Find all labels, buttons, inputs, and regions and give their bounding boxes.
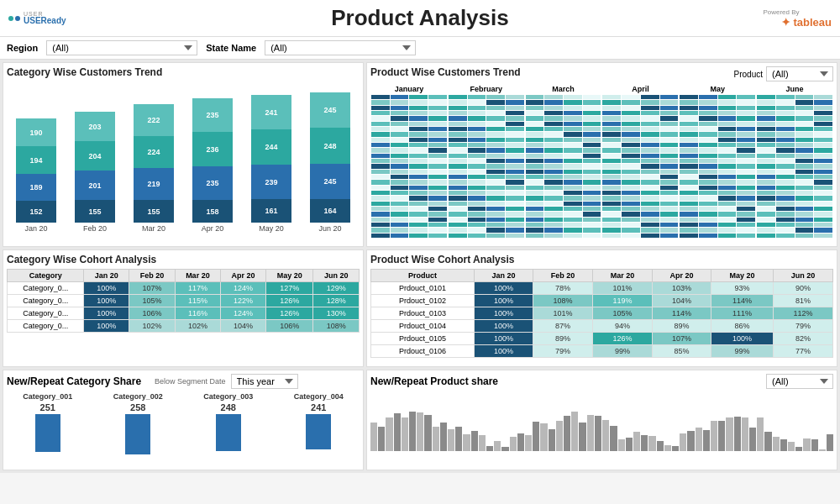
mini-cell	[371, 95, 390, 99]
cohort-cell: 116%	[175, 307, 220, 320]
region-select[interactable]: (All)	[46, 40, 197, 55]
mini-cell	[737, 234, 755, 238]
cohort-header: May 20	[711, 270, 774, 282]
mini-cell	[428, 95, 447, 99]
heatmap-row	[370, 223, 833, 238]
bar-segment: 152	[16, 201, 56, 223]
mini-cell	[428, 212, 447, 216]
mini-cell	[795, 191, 814, 195]
mini-cell	[718, 218, 737, 222]
mini-cell	[660, 106, 679, 110]
mini-cell	[428, 170, 447, 174]
heatmap-cell	[757, 191, 832, 206]
mini-cell	[680, 116, 698, 120]
mini-cell	[583, 234, 601, 238]
cohort-cell: Prdouct_0104	[371, 320, 475, 333]
bar-segment: 241	[251, 95, 291, 129]
bar-chart: 152189194190Jan 20155201204203Feb 201552…	[7, 81, 360, 233]
mini-cell	[526, 212, 544, 216]
mini-cell	[757, 170, 775, 174]
bar-group: 155219224222Mar 20	[128, 104, 180, 233]
mini-cell	[544, 212, 563, 216]
heatmap-cell	[526, 95, 601, 110]
mini-cell	[449, 207, 467, 211]
mini-cell	[660, 100, 679, 104]
mini-cell	[660, 127, 679, 131]
mini-cell	[718, 228, 737, 232]
mini-cell	[409, 207, 428, 211]
mini-bar	[579, 423, 585, 451]
new-repeat-product-header: New/Repeat Product share (All)	[370, 374, 833, 389]
table-row: Category_0...100%106%116%124%126%130%	[8, 307, 360, 320]
mini-cell	[757, 132, 775, 136]
state-select[interactable]: (All)	[265, 40, 416, 55]
mini-cell	[641, 223, 659, 227]
mini-cell	[428, 154, 447, 158]
mini-cell	[660, 164, 679, 168]
mini-cell	[428, 116, 447, 120]
product-trend-select[interactable]: (All)	[766, 66, 833, 81]
mini-cell	[468, 228, 486, 232]
bar-segment: 204	[75, 141, 115, 171]
new-repeat-product-select[interactable]: (All)	[766, 374, 833, 389]
segment-date-select[interactable]: This year	[231, 374, 298, 389]
cohort-cell: 100%	[475, 345, 533, 358]
cohort-cell: 126%	[265, 307, 313, 320]
heatmap-cell	[757, 207, 832, 222]
mini-cell	[564, 138, 582, 142]
mini-cell	[391, 207, 409, 211]
bar-segment: 201	[75, 171, 115, 200]
mini-cell	[776, 175, 795, 179]
table-row: Prdouct_0105100%89%126%107%100%82%	[371, 333, 833, 345]
category-trend-panel: Category Wise Customers Trend 1521891941…	[3, 62, 364, 247]
mini-cell	[814, 175, 832, 179]
mini-cell	[622, 234, 640, 238]
mini-cell	[409, 138, 428, 142]
mini-cell	[409, 143, 428, 147]
mini-cell	[391, 191, 409, 195]
category-share-label: Category_004	[278, 392, 360, 401]
mini-cell	[428, 234, 447, 238]
mini-bar	[788, 442, 795, 451]
mini-bar	[494, 441, 501, 451]
mini-cell	[737, 143, 755, 147]
mini-cell	[449, 234, 467, 238]
mini-cell	[583, 111, 601, 115]
mini-cell	[449, 127, 467, 131]
mini-cell	[409, 148, 428, 152]
bar-label: Jun 20	[318, 224, 341, 233]
category-trend-title: Category Wise Customers Trend	[7, 66, 360, 78]
product-trend-title: Product Wise Customers Trend	[370, 66, 521, 78]
mini-cell	[506, 170, 524, 174]
mini-cell	[622, 196, 640, 200]
mini-cell	[544, 154, 563, 158]
cohort-cell: 102%	[175, 320, 220, 333]
mini-cell	[486, 138, 505, 142]
dot-2	[15, 16, 20, 21]
cohort-cell: 101%	[593, 282, 653, 295]
mini-cell	[699, 202, 717, 206]
mini-cell	[680, 127, 698, 131]
bar-label: Feb 20	[83, 224, 107, 233]
mini-cell	[814, 127, 832, 131]
mini-cell	[795, 122, 814, 126]
cohort-cell: 129%	[313, 282, 360, 295]
powered-by-label: Powered By	[731, 8, 832, 16]
mini-cell	[506, 111, 524, 115]
mini-cell	[814, 148, 832, 152]
mini-cell	[718, 207, 737, 211]
mini-cell	[776, 170, 795, 174]
mini-cell	[449, 164, 467, 168]
mini-bar	[703, 430, 710, 451]
mini-cell	[622, 116, 640, 120]
mini-cell	[776, 218, 795, 222]
mini-cell	[371, 212, 390, 216]
cohort-cell: 82%	[773, 333, 832, 345]
mini-cell	[428, 228, 447, 232]
dot-1	[8, 16, 13, 21]
mini-cell	[602, 175, 621, 179]
mini-cell	[428, 207, 447, 211]
mini-cell	[564, 122, 582, 126]
mini-cell	[602, 186, 621, 190]
mini-cell	[486, 100, 505, 104]
